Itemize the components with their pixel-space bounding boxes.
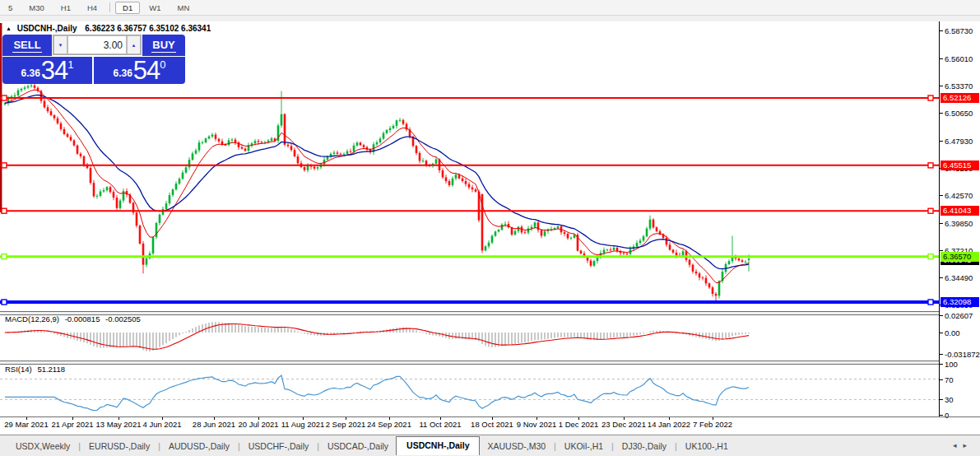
level-line-handle[interactable] bbox=[2, 95, 7, 100]
date-axis-label: 20 Jul 2021 bbox=[238, 420, 278, 429]
axis-tick bbox=[940, 364, 943, 365]
level-line-handle[interactable] bbox=[928, 208, 933, 213]
sell-price-point: 1 bbox=[67, 58, 73, 71]
rsi-label: RSI(14) 51.2118 bbox=[5, 365, 65, 374]
chart-tab-usdx-weekly[interactable]: USDX,Weekly bbox=[8, 438, 77, 454]
chart-tab-xauusd-m30[interactable]: XAUUSD-,M30 bbox=[480, 438, 553, 454]
date-axis-label: 4 Jun 2021 bbox=[142, 420, 181, 429]
axis-tick bbox=[940, 195, 943, 196]
volume-spinner: ▼ 3.00 ▲ bbox=[53, 35, 142, 55]
chart-tab-audusd-daily[interactable]: AUDUSD-,Daily bbox=[161, 438, 237, 454]
price-level-badge-6.36570: 6.36570 bbox=[941, 252, 979, 262]
triangle-down-icon: ▼ bbox=[58, 43, 63, 48]
volume-input[interactable]: 3.00 bbox=[67, 35, 127, 54]
price-axis-label: 6.42570 bbox=[945, 191, 973, 200]
date-axis-label: 2 Sep 2021 bbox=[326, 420, 366, 429]
rsi-axis-label: 30 bbox=[945, 395, 954, 404]
date-axis-label: 9 Nov 2021 bbox=[517, 420, 557, 429]
chart-symbol-period: USDCNH-,Daily bbox=[17, 24, 77, 33]
macd-axis-label: -0.031872 bbox=[945, 350, 980, 359]
buy-price-pips: 54 bbox=[133, 60, 160, 81]
macd-value-2: -0.002505 bbox=[105, 314, 141, 323]
chart-tab-uk100-h1[interactable]: UK100-,H1 bbox=[678, 438, 736, 454]
axis-tick bbox=[940, 399, 943, 400]
chart-tab-dj30-daily[interactable]: DJ30-,Daily bbox=[615, 438, 674, 454]
volume-decrease-button[interactable]: ▼ bbox=[53, 35, 67, 54]
level-line-handle[interactable] bbox=[2, 254, 7, 259]
level-line-handle[interactable] bbox=[2, 163, 7, 168]
timeframe-button-w1[interactable]: W1 bbox=[142, 2, 168, 14]
macd-axis-label: 0.02607 bbox=[945, 311, 973, 320]
timeframe-button-h1[interactable]: H1 bbox=[53, 2, 78, 14]
date-axis-label: 11 Aug 2021 bbox=[281, 420, 325, 429]
sell-price-pips: 34 bbox=[41, 60, 67, 81]
tab-scroll-left-icon[interactable]: ◂ bbox=[953, 441, 964, 449]
axis-tick bbox=[940, 141, 943, 142]
pane-splitter[interactable] bbox=[0, 311, 939, 315]
sell-price-display[interactable]: 6.36 34 1 bbox=[2, 57, 92, 84]
one-click-trade-panel: SELL ▼ 3.00 ▲ BUY 6.36 34 1 6.36 54 0 bbox=[2, 35, 185, 84]
time-axis: 29 Mar 202121 Apr 202113 May 20214 Jun 2… bbox=[0, 417, 980, 434]
chart-bottom-border bbox=[0, 416, 980, 417]
timeframe-toolbar: 5M30H1H4D1W1MN bbox=[0, 0, 980, 16]
axis-tick bbox=[940, 113, 943, 114]
axis-tick bbox=[940, 58, 943, 59]
rsi-axis-label: 100 bbox=[945, 360, 958, 369]
chart-tab-eurusd-daily[interactable]: EURUSD-,Daily bbox=[81, 438, 157, 454]
level-line-handle[interactable] bbox=[928, 163, 933, 168]
chart-tab-usdcnh-daily[interactable]: USDCNH-,Daily bbox=[396, 436, 480, 455]
date-axis-label: 7 Feb 2022 bbox=[693, 420, 732, 429]
macd-pane[interactable] bbox=[0, 314, 939, 361]
date-axis-label: 18 Oct 2021 bbox=[471, 420, 513, 429]
mt4-terminal: { "window": { "toolbar": { "timeframes":… bbox=[0, 0, 980, 456]
date-axis-label: 14 Jan 2022 bbox=[648, 420, 690, 429]
buy-price-display[interactable]: 6.36 54 0 bbox=[94, 57, 185, 84]
price-axis-label: 6.39850 bbox=[945, 219, 973, 228]
axis-tick bbox=[940, 315, 943, 316]
timeframe-button-mn[interactable]: MN bbox=[170, 2, 197, 14]
level-line-handle[interactable] bbox=[2, 208, 7, 213]
volume-increase-button[interactable]: ▲ bbox=[127, 35, 141, 54]
sell-price-base: 6.36 bbox=[21, 67, 39, 79]
price-axis-label: 6.50650 bbox=[945, 109, 973, 118]
axis-tick bbox=[940, 379, 943, 380]
axis-tick bbox=[940, 223, 943, 224]
date-axis-label: 24 Sep 2021 bbox=[367, 420, 411, 429]
collapse-chart-icon[interactable]: ▲ bbox=[6, 26, 12, 31]
sell-button[interactable]: SELL bbox=[2, 35, 52, 56]
chart-tab-ukoil-h1[interactable]: UKOil-,H1 bbox=[557, 438, 611, 454]
level-line-handle[interactable] bbox=[928, 254, 933, 259]
buy-button[interactable]: BUY bbox=[142, 35, 185, 56]
axis-tick bbox=[940, 333, 943, 333]
price-axis-label: 6.34490 bbox=[945, 273, 973, 282]
level-line-handle[interactable] bbox=[928, 95, 933, 100]
price-axis-label: 6.47930 bbox=[945, 137, 973, 146]
level-line-handle[interactable] bbox=[928, 300, 933, 305]
buy-price-point: 0 bbox=[160, 58, 165, 71]
chart-tab-usdchf-daily[interactable]: USDCHF-,Daily bbox=[241, 438, 317, 454]
price-level-badge-6.32098: 6.32098 bbox=[941, 297, 979, 307]
pane-splitter[interactable] bbox=[0, 361, 939, 365]
tab-scroll-arrows: ◂▸ bbox=[953, 441, 973, 449]
date-axis-label: 21 Apr 2021 bbox=[51, 420, 93, 429]
rsi-pane[interactable] bbox=[0, 363, 939, 416]
price-axis-label: 6.58730 bbox=[945, 26, 973, 35]
axis-tick bbox=[940, 354, 943, 355]
chart-tab-usdcad-daily[interactable]: USDCAD-,Daily bbox=[320, 438, 396, 454]
macd-axis-label: 0.00 bbox=[945, 328, 960, 337]
axis-tick bbox=[940, 277, 943, 278]
date-axis-label: 1 Dec 2021 bbox=[559, 420, 599, 429]
price-axis-label: 6.53370 bbox=[945, 81, 973, 91]
rsi-axis-label: 70 bbox=[945, 375, 954, 384]
timeframe-button-5[interactable]: 5 bbox=[1, 2, 20, 14]
rsi-value: 51.2118 bbox=[37, 365, 65, 374]
axis-tick bbox=[940, 250, 943, 251]
timeframe-button-d1[interactable]: D1 bbox=[115, 2, 140, 14]
tab-scroll-right-icon[interactable]: ▸ bbox=[963, 441, 973, 449]
timeframe-button-h4[interactable]: H4 bbox=[80, 2, 105, 14]
timeframe-button-m30[interactable]: M30 bbox=[21, 2, 51, 14]
toolbar-separator bbox=[109, 2, 110, 12]
axis-tick bbox=[940, 86, 943, 86]
price-level-badge-6.52126: 6.52126 bbox=[941, 93, 979, 103]
level-line-handle[interactable] bbox=[2, 300, 7, 305]
